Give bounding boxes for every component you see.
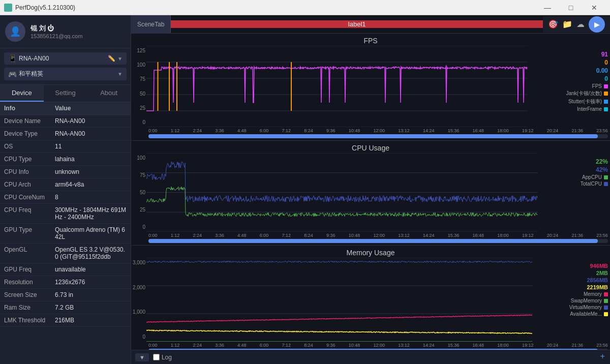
memory-scrollbar[interactable] bbox=[148, 349, 608, 350]
info-rows: Device NameRNA-AN00Device TypeRNA-AN00OS… bbox=[0, 115, 131, 327]
tab-about[interactable]: About bbox=[87, 85, 131, 102]
bottom-bar: ▼ Log + bbox=[131, 350, 610, 364]
scene-header-icons: 🎯 📁 ☁ ▶ bbox=[543, 16, 610, 33]
app-icon bbox=[4, 4, 12, 12]
table-row: CPU Archarm64-v8a bbox=[0, 178, 131, 191]
table-row: Device TypeRNA-AN00 bbox=[0, 128, 131, 140]
info-val: Qualcomm Adreno (TM) 642L bbox=[51, 224, 131, 243]
fps-chart-area: 91 0 0.00 0 FPS Jank(卡顿/次数) bbox=[146, 46, 610, 127]
table-row: CPU CoreNum8 bbox=[0, 191, 131, 204]
tab-setting[interactable]: Setting bbox=[44, 85, 87, 102]
content-area: SceneTab label1 🎯 📁 ☁ ▶ FPS 125 100 75 bbox=[131, 15, 610, 364]
cpu-scrollbar[interactable] bbox=[148, 239, 608, 243]
table-row: CPU Freq300MHz - 1804MHz 691MHz - 2400MH… bbox=[0, 204, 131, 224]
device-selectors: 📱 RNA-AN00 ✏️ ▼ 🎮 和平精英 ▼ bbox=[0, 48, 131, 85]
info-key: GPU Type bbox=[0, 224, 51, 243]
location-icon[interactable]: 🎯 bbox=[548, 19, 558, 29]
fps-val3: 0.00 bbox=[566, 67, 608, 74]
close-button[interactable]: ✕ bbox=[583, 0, 606, 15]
info-key: CPU CoreNum bbox=[0, 191, 51, 203]
collapse-button[interactable]: ▼ bbox=[135, 353, 149, 361]
interframe-dot bbox=[604, 107, 608, 111]
fps-legend-fps: FPS bbox=[566, 83, 608, 89]
cpu-legend: 22% 42% AppCPU TotalCPU bbox=[581, 158, 608, 187]
cpu-legend-total: TotalCPU bbox=[581, 181, 608, 187]
memory-dot bbox=[604, 292, 608, 296]
fps-yaxis: 125 100 75 50 25 0 bbox=[131, 46, 146, 127]
info-key: CPU Freq bbox=[0, 204, 51, 223]
memory-chart-area: 946MB 2MB 2856MB 2219MB Memory SwapMemor… bbox=[146, 258, 610, 342]
maximize-button[interactable]: □ bbox=[559, 0, 583, 15]
sidebar-tabs: Device Setting About bbox=[0, 85, 131, 102]
app-label: 和平精英 bbox=[19, 70, 115, 78]
cpu-chart-title: CPU Usage bbox=[131, 141, 610, 153]
titlebar: PerfDog(v5.1.210300) — □ ✕ bbox=[0, 0, 610, 15]
table-row: LMK Threshold216MB bbox=[0, 314, 131, 327]
info-table: Info Value Device NameRNA-AN00Device Typ… bbox=[0, 102, 131, 364]
play-button[interactable]: ▶ bbox=[589, 16, 605, 33]
info-key: OS bbox=[0, 140, 51, 153]
charts-container: FPS 125 100 75 50 25 0 91 0 bbox=[131, 34, 610, 350]
fps-scrollbar[interactable] bbox=[148, 134, 608, 138]
table-row: Ram Size7.2 GB bbox=[0, 301, 131, 314]
fps-val1: 91 bbox=[566, 51, 608, 58]
info-val: 11 bbox=[51, 140, 131, 153]
info-val: unavailable bbox=[51, 263, 131, 276]
titlebar-controls: — □ ✕ bbox=[536, 0, 606, 15]
avatar: 👤 bbox=[5, 21, 25, 42]
scene-tab-label: SceneTab bbox=[131, 15, 171, 33]
info-val: 8 bbox=[51, 191, 131, 203]
info-key: Ram Size bbox=[0, 301, 51, 314]
info-key: CPU Arch bbox=[0, 178, 51, 191]
info-key: CPU Info bbox=[0, 166, 51, 178]
user-name: 锟 刘 ⏻ bbox=[30, 24, 82, 33]
memory-yaxis: 3,000 2,000 1,000 0 bbox=[131, 258, 146, 342]
fps-legend-interframe: InterFrame bbox=[566, 106, 608, 112]
info-table-header: Info Value bbox=[0, 102, 131, 115]
device-select-row[interactable]: 📱 RNA-AN00 ✏️ ▼ bbox=[4, 52, 127, 65]
add-button[interactable]: + bbox=[600, 352, 605, 361]
memory-chart-title: Memory Usage bbox=[131, 246, 610, 258]
app-select-row[interactable]: 🎮 和平精英 ▼ bbox=[4, 68, 127, 80]
swapmem-dot bbox=[604, 299, 608, 303]
info-val: lahaina bbox=[51, 153, 131, 165]
cpu-chart-body: 100 75 50 25 0 22% 42% AppCPU bbox=[131, 153, 610, 232]
table-row: Screen Size6.73 in bbox=[0, 289, 131, 301]
cloud-icon[interactable]: ☁ bbox=[576, 19, 585, 29]
memory-legend: 946MB 2MB 2856MB 2219MB Memory SwapMemor… bbox=[569, 263, 608, 317]
stutter-dot bbox=[604, 100, 608, 104]
mem-legend-available: AvailableMe... bbox=[569, 311, 608, 317]
sidebar: 👤 锟 刘 ⏻ 153856121@qq.com 📱 RNA-AN00 ✏️ ▼… bbox=[0, 15, 131, 364]
table-row: OpenGLOpenGL ES 3.2 V@0530.0 (GIT@95115f… bbox=[0, 244, 131, 263]
memory-chart-body: 3,000 2,000 1,000 0 946MB 2MB 2856MB 221… bbox=[131, 258, 610, 342]
mem-val3: 2856MB bbox=[569, 277, 608, 283]
fps-val2: 0 bbox=[566, 59, 608, 66]
info-val: arm64-v8a bbox=[51, 178, 131, 191]
log-checkbox[interactable] bbox=[153, 354, 160, 360]
cpu-scrollbar-thumb bbox=[148, 239, 598, 243]
table-row: GPU TypeQualcomm Adreno (TM) 642L bbox=[0, 224, 131, 244]
fps-dot bbox=[604, 84, 608, 88]
table-row: Resolution1236x2676 bbox=[0, 276, 131, 289]
mem-val1: 946MB bbox=[569, 263, 608, 269]
info-val: RNA-AN00 bbox=[51, 128, 131, 140]
fps-scrollbar-thumb bbox=[148, 134, 598, 138]
minimize-button[interactable]: — bbox=[536, 0, 559, 15]
fps-xaxis: 0:001:122:243:364:486:007:128:249:3610:4… bbox=[146, 127, 610, 134]
info-key: Device Name bbox=[0, 115, 51, 127]
user-email: 153856121@qq.com bbox=[30, 33, 82, 39]
table-row: GPU Frequnavailable bbox=[0, 263, 131, 276]
folder-icon[interactable]: 📁 bbox=[562, 19, 572, 29]
info-key: CPU Type bbox=[0, 153, 51, 165]
appcpu-dot bbox=[604, 175, 608, 179]
fps-chart-block: FPS 125 100 75 50 25 0 91 0 bbox=[131, 34, 610, 141]
device-label: RNA-AN00 bbox=[19, 55, 106, 62]
log-label: Log bbox=[162, 354, 172, 361]
log-checkbox-row: Log bbox=[153, 354, 172, 361]
mem-legend-memory: Memory bbox=[569, 291, 608, 297]
table-row: CPU Infounknown bbox=[0, 166, 131, 178]
cpu-chart-area: 22% 42% AppCPU TotalCPU bbox=[146, 153, 610, 232]
fps-legend-jank: Jank(卡顿/次数) bbox=[566, 90, 608, 97]
tab-device[interactable]: Device bbox=[0, 85, 44, 102]
info-col-header: Info bbox=[0, 102, 51, 114]
